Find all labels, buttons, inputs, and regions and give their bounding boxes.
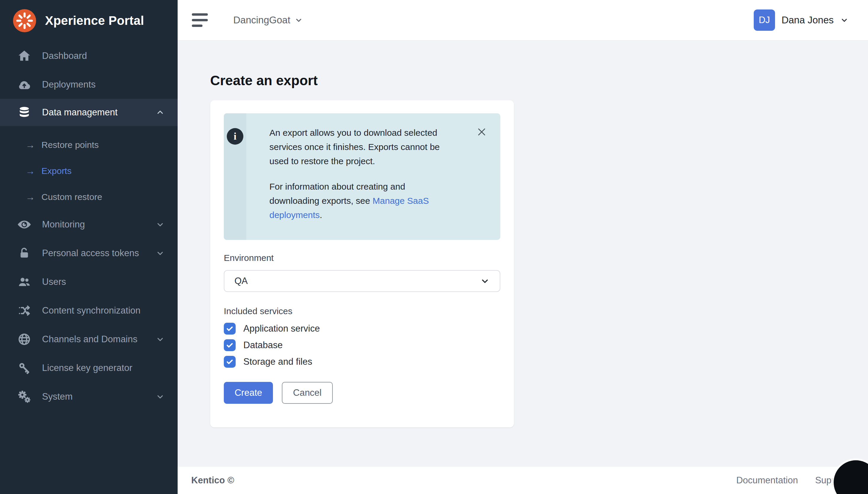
app-title: Xperience Portal [45, 14, 144, 28]
sidebar-item-deployments[interactable]: Deployments [0, 70, 178, 99]
alert-paragraph-1: An export allows you to download selecte… [270, 126, 456, 168]
service-row-application-service[interactable]: Application service [224, 323, 500, 335]
data-management-subgroup: → Restore points → Exports → Custom rest… [0, 126, 178, 210]
sidebar-nav: Dashboard Deployments Data management [0, 41, 178, 411]
documentation-link[interactable]: Documentation [736, 475, 798, 486]
environment-selected-value: QA [235, 276, 248, 286]
create-button[interactable]: Create [224, 382, 273, 404]
sidebar-item-label: Deployments [42, 79, 165, 90]
sidebar-item-monitoring[interactable]: Monitoring [0, 210, 178, 239]
users-icon [17, 275, 32, 289]
chevron-down-icon [840, 16, 848, 24]
cancel-button[interactable]: Cancel [282, 382, 333, 404]
app-logo-row: Xperience Portal [0, 0, 178, 41]
avatar: DJ [754, 10, 775, 31]
environment-select[interactable]: QA [224, 270, 500, 292]
checkbox-checked-icon[interactable] [224, 356, 236, 368]
chevron-down-icon [295, 16, 303, 24]
sidebar-item-data-management[interactable]: Data management [0, 99, 178, 126]
database-icon [17, 106, 32, 119]
footer-brand: Kentico © [191, 475, 234, 486]
sidebar-item-label: License key generator [42, 363, 165, 373]
chevron-down-icon [156, 249, 165, 258]
service-label: Storage and files [243, 357, 312, 367]
sidebar-item-content-synchronization[interactable]: Content synchronization [0, 296, 178, 325]
sidebar-item-custom-restore[interactable]: → Custom restore [0, 184, 178, 210]
project-switcher[interactable]: DancingGoat [233, 15, 303, 26]
lock-open-icon [17, 247, 32, 260]
sidebar-item-system[interactable]: System [0, 382, 178, 411]
user-name: Dana Jones [781, 15, 834, 26]
footer-links: Documentation Support [736, 475, 847, 486]
home-icon [17, 49, 32, 63]
checkbox-checked-icon[interactable] [224, 339, 236, 351]
info-alert-body: An export allows you to download selecte… [246, 113, 500, 240]
main-content: Create an export i An export allows you … [178, 40, 868, 467]
sidebar-item-label: Monitoring [42, 219, 156, 230]
chevron-down-icon [156, 220, 165, 229]
project-name: DancingGoat [233, 15, 291, 26]
globe-icon [17, 332, 32, 346]
sidebar-item-personal-access-tokens[interactable]: Personal access tokens [0, 239, 178, 267]
sidebar-item-channels-and-domains[interactable]: Channels and Domains [0, 325, 178, 354]
arrow-right-icon: → [25, 192, 37, 203]
sidebar-item-label: Dashboard [42, 51, 165, 61]
environment-label: Environment [224, 253, 500, 263]
sidebar-item-label: Content synchronization [42, 305, 165, 316]
arrow-right-icon: → [25, 140, 37, 151]
sidebar-item-label: Channels and Domains [42, 334, 156, 345]
alert-paragraph-2-suffix: . [320, 210, 322, 220]
sidebar-item-label: System [42, 391, 156, 402]
top-header: DancingGoat DJ Dana Jones [178, 0, 868, 40]
arrow-right-icon: → [25, 166, 37, 176]
sidebar-item-restore-points[interactable]: → Restore points [0, 132, 178, 158]
info-icon: i [227, 128, 243, 145]
sidebar-item-license-key-generator[interactable]: License key generator [0, 354, 178, 382]
service-row-database[interactable]: Database [224, 339, 500, 351]
sidebar-item-label: Custom restore [41, 192, 102, 202]
info-alert-band: i [224, 113, 246, 240]
sidebar-item-label: Exports [41, 166, 72, 176]
form-actions: Create Cancel [224, 382, 500, 404]
checkbox-checked-icon[interactable] [224, 323, 236, 335]
sidebar-item-dashboard[interactable]: Dashboard [0, 41, 178, 70]
create-export-card: i An export allows you to download selec… [210, 100, 514, 428]
content-sync-icon [17, 304, 32, 318]
gears-icon [17, 390, 32, 403]
close-icon[interactable] [476, 126, 487, 137]
alert-paragraph-2: For information about creating and downl… [270, 179, 456, 222]
cloud-upload-icon [17, 77, 32, 92]
sidebar-item-users[interactable]: Users [0, 267, 178, 296]
user-menu[interactable]: DJ Dana Jones [754, 10, 848, 31]
service-label: Application service [243, 323, 320, 334]
key-icon [17, 361, 32, 375]
sidebar-item-exports[interactable]: → Exports [0, 158, 178, 184]
chevron-down-icon [156, 335, 165, 344]
sidebar-item-label: Restore points [41, 140, 98, 150]
sidebar-item-label: Data management [42, 107, 156, 118]
sidebar: Xperience Portal Dashboard Deployments [0, 0, 178, 494]
eye-icon [17, 217, 32, 232]
info-alert: i An export allows you to download selec… [224, 113, 500, 240]
hamburger-menu-button[interactable] [192, 13, 208, 27]
chevron-down-icon [156, 392, 165, 401]
chevron-up-icon [156, 108, 165, 117]
sidebar-item-label: Personal access tokens [42, 248, 156, 259]
sidebar-item-label: Users [42, 277, 165, 287]
kentico-logo-icon [13, 9, 36, 32]
page-title: Create an export [210, 73, 868, 89]
service-row-storage-and-files[interactable]: Storage and files [224, 356, 500, 368]
footer: Kentico © Documentation Support [178, 467, 868, 494]
service-label: Database [243, 340, 283, 350]
chevron-down-icon [480, 276, 490, 286]
included-services-label: Included services [224, 306, 500, 316]
